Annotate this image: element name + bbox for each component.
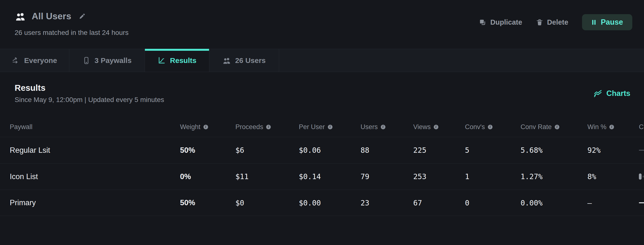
info-icon[interactable]: i (204, 125, 208, 129)
column-header-per-user: Per Useri (299, 123, 360, 131)
column-header-convs: Conv'si (465, 123, 520, 131)
edit-title-button[interactable] (78, 13, 86, 20)
tab-label: Results (170, 56, 196, 65)
duplicate-label: Duplicate (490, 18, 522, 26)
info-icon[interactable]: i (328, 125, 332, 129)
trash-icon (536, 18, 543, 26)
column-header-proceeds: Proceedsi (236, 123, 299, 131)
tab-results[interactable]: Results (145, 49, 209, 72)
results-table: Paywall Weighti Proceedsi Per Useri User… (0, 117, 644, 216)
column-header-views: Viewsi (413, 123, 465, 131)
clipped-cell (639, 202, 644, 203)
audience-header-left: All Users 26 users matched in the last 2… (15, 11, 128, 36)
line-chart-icon (158, 56, 166, 64)
proceeds-cell: $0 (236, 199, 299, 207)
tab-paywalls[interactable]: 3 Paywalls (69, 49, 145, 72)
pencil-icon (78, 13, 86, 20)
convs-cell: 0 (465, 199, 520, 207)
column-header-conv-rate: Conv Ratei (520, 123, 588, 131)
proceeds-cell: $11 (236, 172, 299, 181)
info-icon[interactable]: i (381, 125, 386, 129)
weight-cell: 50% (180, 146, 236, 155)
users-icon (15, 12, 26, 21)
delete-button[interactable]: Delete (536, 18, 568, 26)
column-header-weight: Weighti (180, 123, 236, 131)
weight-cell: 0% (180, 172, 236, 181)
conv-rate-cell: 0.00% (520, 199, 588, 207)
tab-everyone[interactable]: Everyone (0, 49, 69, 72)
duplicate-icon (479, 18, 486, 26)
clipped-cell (639, 174, 644, 180)
win-pct-cell: 8% (588, 172, 639, 181)
results-panel: Results Since May 9, 12:00pm | Updated e… (0, 72, 644, 216)
info-icon[interactable]: i (434, 125, 438, 129)
pause-label: Pause (601, 18, 623, 26)
paywall-name-cell: Regular Lsit (10, 146, 180, 155)
pause-icon (591, 19, 596, 26)
convs-cell: 5 (465, 146, 520, 154)
clipped-dash (639, 150, 644, 150)
weight-cell: 50% (180, 198, 236, 207)
table-row: Primary 50% $0 $0.00 23 67 0 0.00% – (0, 190, 644, 216)
charts-label: Charts (606, 89, 630, 98)
duplicate-button[interactable]: Duplicate (479, 18, 522, 26)
convs-cell: 1 (465, 172, 520, 181)
column-header-paywall: Paywall (10, 123, 180, 131)
results-title: Results (15, 83, 164, 93)
views-cell: 253 (413, 172, 465, 181)
matched-users-subtitle: 26 users matched in the last 24 hours (15, 29, 128, 36)
info-icon[interactable]: i (609, 125, 614, 129)
audience-header: All Users 26 users matched in the last 2… (0, 0, 644, 49)
conv-rate-cell: 5.68% (520, 146, 588, 154)
per-user-cell: $0.00 (299, 199, 360, 207)
results-subtitle: Since May 9, 12:00pm | Updated every 5 m… (15, 96, 164, 104)
views-cell: 67 (413, 199, 465, 207)
column-header-clipped: C (639, 123, 644, 131)
column-header-win-pct: Win %i (588, 123, 639, 131)
proceeds-cell: $6 (236, 146, 299, 154)
table-header-row: Paywall Weighti Proceedsi Per Useri User… (0, 117, 644, 137)
per-user-cell: $0.14 (299, 172, 360, 181)
tab-label: Everyone (24, 56, 57, 65)
table-row: Regular Lsit 50% $6 $0.06 88 225 5 5.68%… (0, 137, 644, 163)
table-row: Icon List 0% $11 $0.14 79 253 1 1.27% 8% (0, 163, 644, 190)
tab-users[interactable]: 26 Users (209, 49, 279, 72)
charts-button[interactable]: Charts (594, 89, 630, 98)
clipped-badge (639, 174, 642, 180)
users-icon (222, 57, 231, 64)
pause-button[interactable]: Pause (582, 14, 632, 30)
win-pct-cell: – (588, 199, 639, 207)
delete-label: Delete (547, 18, 568, 26)
users-cell: 79 (360, 172, 413, 181)
paywall-name-cell: Primary (10, 198, 180, 207)
results-heading: Results Since May 9, 12:00pm | Updated e… (15, 83, 164, 104)
win-pct-cell: 92% (588, 146, 639, 154)
tab-label: 26 Users (235, 56, 266, 65)
clipped-cell (639, 150, 644, 150)
paywall-name-cell: Icon List (10, 172, 180, 181)
users-cell: 88 (360, 146, 413, 154)
conv-rate-cell: 1.27% (520, 172, 588, 181)
section-tabs: Everyone 3 Paywalls Results (0, 49, 644, 72)
views-cell: 225 (413, 146, 465, 154)
tab-label: 3 Paywalls (95, 56, 132, 65)
info-icon[interactable]: i (488, 125, 492, 129)
info-icon[interactable]: i (555, 125, 559, 129)
shuffle-arrows-icon (12, 56, 20, 64)
clipped-dash (639, 202, 644, 203)
per-user-cell: $0.06 (299, 146, 360, 154)
column-header-users: Usersi (360, 123, 413, 131)
users-cell: 23 (360, 199, 413, 207)
info-icon[interactable]: i (266, 125, 271, 129)
clipped-dots (643, 176, 644, 178)
trend-lines-icon (594, 90, 602, 97)
page-title: All Users (32, 11, 71, 22)
phone-icon (82, 56, 90, 64)
header-actions: Duplicate Delete Pause (479, 14, 632, 30)
